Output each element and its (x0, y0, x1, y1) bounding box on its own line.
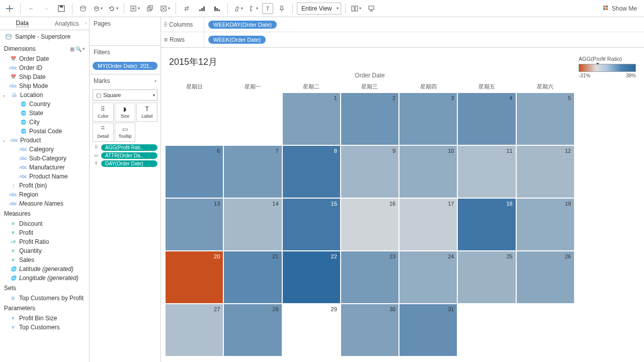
field-latitude-generated-[interactable]: 🌐Latitude (generated) (0, 264, 89, 274)
field-product-name[interactable]: AbcProduct Name (0, 172, 89, 181)
calendar-cell[interactable]: 26 (516, 251, 575, 304)
calendar-cell[interactable]: 29 (282, 304, 341, 356)
datasource[interactable]: Sample - Superstore (0, 30, 89, 43)
calendar-cell[interactable]: 10 (399, 145, 457, 198)
columns-pill[interactable]: WEEKDAY(Order Date) (208, 21, 277, 29)
mark-pill-row[interactable]: ▭ATTR(Order Da.. (93, 152, 157, 159)
calendar-cell[interactable]: 20 (165, 251, 223, 304)
forward-button[interactable]: → (40, 2, 53, 15)
field-ship-mode[interactable]: AbcShip Mode (0, 81, 89, 90)
fit-select[interactable]: Entire View (297, 3, 341, 15)
columns-shelf[interactable]: ⦙⦙⦙Columns WEEKDAY(Order Date) (161, 17, 644, 32)
tab-data[interactable]: Data (0, 17, 45, 30)
highlight-button[interactable] (232, 2, 245, 15)
tableau-logo[interactable] (3, 2, 16, 15)
calendar-cell[interactable]: 2 (341, 93, 399, 145)
calendar-cell[interactable]: 15 (282, 198, 341, 251)
field-ship-date[interactable]: 📅Ship Date (0, 72, 89, 81)
field-order-date[interactable]: 📅Order Date (0, 54, 89, 63)
calendar-cell[interactable]: 13 (165, 198, 223, 251)
field-discount[interactable]: #Discount (0, 219, 89, 228)
calendar-cell[interactable]: 16 (341, 198, 399, 251)
field-order-id[interactable]: AbcOrder ID (0, 63, 89, 72)
field-top-customers[interactable]: #Top Customers (0, 323, 89, 332)
duplicate-button[interactable] (143, 2, 156, 15)
field-region[interactable]: AbcRegion (0, 190, 89, 199)
swap-button[interactable] (180, 2, 193, 15)
mark-size-button[interactable]: ◗Size (115, 103, 136, 122)
new-worksheet-button[interactable] (128, 2, 141, 15)
calendar-cell[interactable]: 4 (457, 93, 516, 145)
calendar-cell[interactable]: 12 (516, 145, 575, 198)
field-profit-bin-size[interactable]: #Profit Bin Size (0, 314, 89, 323)
viz-canvas[interactable]: 2015年12月 Order Date 星期日星期一星期二星期三星期四星期五星期… (165, 52, 575, 358)
save-button[interactable] (55, 2, 68, 15)
calendar-cell[interactable]: 23 (341, 251, 399, 304)
calendar-cell[interactable]: 6 (165, 145, 223, 198)
filter-pill[interactable]: MY(Order Date): 201.. (93, 62, 157, 70)
color-legend[interactable]: AGG(Profit Ratio) -31% 38% (575, 52, 640, 358)
rows-shelf[interactable]: ≡Rows WEEK(Order Date) (161, 32, 644, 47)
back-button[interactable]: ← (25, 2, 38, 15)
cards-button[interactable] (350, 2, 363, 15)
calendar-cell[interactable]: 19 (516, 198, 575, 251)
calendar-cell[interactable]: 22 (282, 251, 341, 304)
field-city[interactable]: 🌐City (0, 118, 89, 127)
search-icon[interactable]: 🔍 (75, 46, 82, 52)
rows-pill[interactable]: WEEK(Order Date) (208, 36, 266, 44)
group-product[interactable]: ⌄AbcProduct (0, 136, 89, 145)
calendar-cell[interactable]: 27 (165, 304, 223, 356)
menu-icon[interactable]: ▾ (83, 46, 85, 52)
field-quantity[interactable]: #Quantity (0, 246, 89, 255)
field-country[interactable]: 🌐Country (0, 100, 89, 109)
field-profit-ratio[interactable]: =#Profit Ratio (0, 237, 89, 246)
field-profit[interactable]: #Profit (0, 228, 89, 237)
mark-pill-row[interactable]: TDAY(Order Date) (93, 160, 157, 167)
calendar-cell[interactable]: 18 (457, 198, 516, 251)
new-datasource-button[interactable] (76, 2, 90, 15)
calendar-cell[interactable]: 21 (223, 251, 282, 304)
calendar-cell[interactable]: 17 (399, 198, 457, 251)
calendar-cell[interactable]: 9 (341, 145, 399, 198)
field-sub-category[interactable]: AbcSub-Category (0, 154, 89, 163)
label-button[interactable]: T (262, 3, 273, 14)
calendar-cell[interactable]: 14 (223, 198, 282, 251)
field-top-customers-by-profit[interactable]: ⊘Top Customers by Profit (0, 294, 89, 303)
marks-menu-icon[interactable]: ▾ (154, 79, 156, 83)
sort-asc-button[interactable] (195, 2, 208, 15)
field-category[interactable]: AbcCategory (0, 145, 89, 154)
sort-desc-button[interactable] (210, 2, 223, 15)
marks-type-select[interactable]: ▢ Square (93, 89, 157, 101)
calendar-cell[interactable]: 5 (516, 93, 575, 145)
mark-pill-row[interactable]: ⠿AGG(Profit Rati.. (93, 144, 157, 151)
pause-button[interactable] (92, 2, 105, 15)
view-as-icon[interactable]: ▦ (70, 46, 74, 52)
mark-label-button[interactable]: TLabel (136, 103, 157, 122)
calendar-cell[interactable]: 1 (282, 93, 341, 145)
viz-title[interactable]: 2015年12月 (165, 52, 575, 72)
calendar-cell[interactable]: 28 (223, 304, 282, 356)
field-longitude-generated-[interactable]: 🌐Longitude (generated) (0, 274, 89, 283)
mark-detail-button[interactable]: ⠛Detail (93, 123, 114, 142)
calendar-cell[interactable]: 24 (399, 251, 457, 304)
field-manufacturer[interactable]: AbcManufacturer (0, 163, 89, 172)
group-button[interactable] (247, 2, 260, 15)
refresh-button[interactable] (107, 2, 120, 15)
field-measure-names[interactable]: AbcMeasure Names (0, 199, 89, 208)
mark-color-button[interactable]: ⠿Color (93, 103, 114, 122)
pin-button[interactable] (275, 2, 288, 15)
show-me-button[interactable]: Show Me (599, 5, 641, 12)
calendar-cell[interactable]: 7 (223, 145, 282, 198)
calendar-cell[interactable]: 25 (457, 251, 516, 304)
group-location[interactable]: ⌄品Location (0, 90, 89, 100)
field-sales[interactable]: #Sales (0, 255, 89, 264)
calendar-cell[interactable]: 11 (457, 145, 516, 198)
calendar-cell[interactable]: 31 (399, 304, 457, 356)
field-postal-code[interactable]: 🌐Postal Code (0, 127, 89, 136)
calendar-cell[interactable]: 30 (341, 304, 399, 356)
calendar-cell[interactable]: 8 (282, 145, 341, 198)
tab-analytics[interactable]: Analytics÷ (45, 17, 90, 30)
presentation-button[interactable] (365, 2, 378, 15)
field-state[interactable]: 🌐State (0, 109, 89, 118)
clear-button[interactable] (158, 2, 172, 15)
